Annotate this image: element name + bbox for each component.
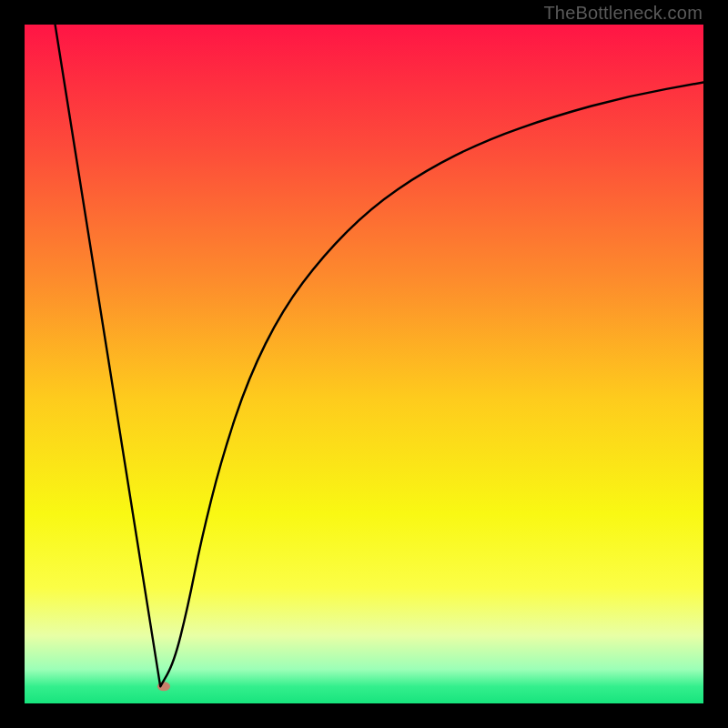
chart-frame: TheBottleneck.com [0,0,728,728]
watermark-text: TheBottleneck.com [543,3,703,24]
chart-plot-area [25,25,703,703]
chart-background [25,25,703,703]
